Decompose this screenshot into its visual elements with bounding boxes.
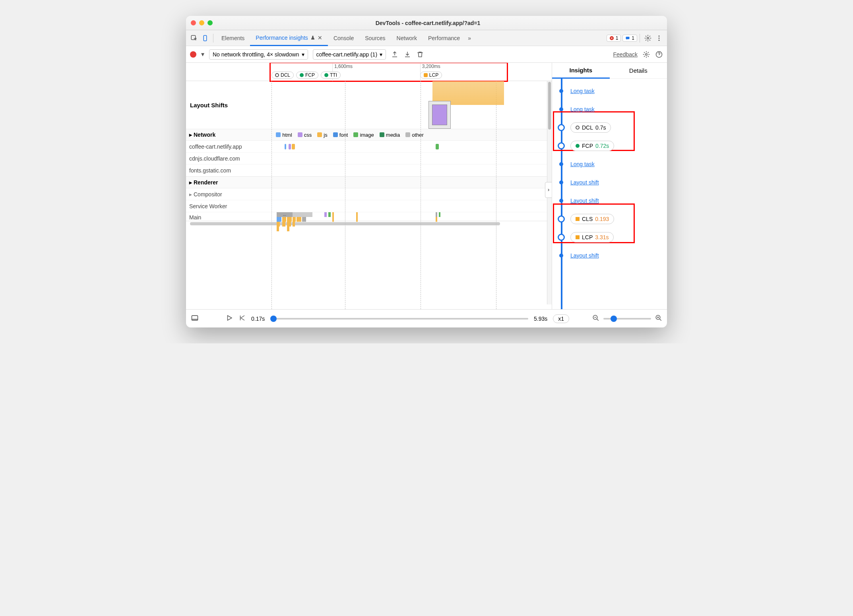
more-menu-icon[interactable] (653, 33, 665, 44)
layout-shifts-track[interactable]: Layout Shifts (186, 81, 552, 129)
tab-sources[interactable]: Sources (359, 30, 391, 46)
play-icon[interactable] (226, 314, 233, 323)
minimize-icon[interactable] (199, 20, 204, 25)
tab-performance-insights[interactable]: Performance insights ✕ (250, 30, 328, 46)
messages-badge[interactable]: 1 (622, 35, 637, 42)
svg-line-17 (659, 319, 661, 321)
toolbar: ▾ No network throttling, 4× slowdown▾ co… (186, 46, 667, 63)
upload-icon[interactable] (391, 50, 399, 58)
tab-insights[interactable]: Insights (552, 63, 610, 79)
close-icon[interactable] (191, 20, 196, 25)
timeline-start: 0.17s (251, 316, 265, 322)
download-icon[interactable] (403, 50, 411, 58)
timeline-pane: 1,600ms 3,200ms DCL FCP TTI LCP Layout S… (186, 63, 552, 309)
insight-metric-lcp[interactable]: LCP3.31s (557, 228, 667, 246)
device-icon[interactable] (200, 33, 211, 44)
tick-label: 3,200ms (422, 64, 440, 69)
insight-metric-dcl[interactable]: DCL0.7s (557, 118, 667, 137)
tab-performance[interactable]: Performance (423, 30, 465, 46)
devtools-window: DevTools - coffee-cart.netlify.app/?ad=1… (186, 16, 667, 327)
renderer-section[interactable]: ▸Renderer (186, 176, 552, 188)
panel-settings-icon[interactable] (642, 50, 650, 58)
insight-event[interactable]: Layout shift (557, 173, 667, 192)
svg-point-7 (659, 39, 660, 41)
window-title: DevTools - coffee-cart.netlify.app/?ad=1 (213, 20, 643, 26)
pill-tti[interactable]: TTI (321, 72, 341, 79)
expand-pane-icon[interactable] (545, 182, 552, 198)
insight-event[interactable]: Long task (557, 155, 667, 173)
tab-elements[interactable]: Elements (216, 30, 250, 46)
traffic-lights (191, 20, 213, 25)
zoom-out-icon[interactable] (592, 314, 599, 323)
errors-badge[interactable]: 1 (607, 35, 621, 42)
renderer-row[interactable]: Service Worker (186, 200, 552, 212)
svg-point-8 (646, 53, 648, 55)
network-row[interactable]: coffee-cart.netlify.app (186, 141, 552, 153)
throttling-dropdown[interactable]: No network throttling, 4× slowdown▾ (209, 49, 308, 60)
network-section[interactable]: ▸Network html css js font image media ot… (186, 129, 552, 141)
insight-event[interactable]: Layout shift (557, 192, 667, 210)
svg-rect-1 (204, 35, 207, 41)
network-row[interactable]: cdnjs.cloudflare.com (186, 153, 552, 165)
svg-rect-3 (626, 37, 630, 39)
main-area: 1,600ms 3,200ms DCL FCP TTI LCP Layout S… (186, 63, 667, 309)
tab-network[interactable]: Network (391, 30, 423, 46)
track-area[interactable]: Layout Shifts ▸Network html css js font … (186, 81, 552, 309)
layout-shift-thumbnail[interactable] (428, 101, 451, 129)
pill-dcl[interactable]: DCL (271, 72, 294, 79)
h-scrollbar[interactable] (186, 221, 552, 226)
layout-shifts-label: Layout Shifts (190, 102, 228, 108)
insight-metric-cls[interactable]: CLS0.193 (557, 210, 667, 228)
insight-event[interactable]: Layout shift (557, 246, 667, 265)
renderer-row[interactable]: Main ... (186, 212, 552, 221)
renderer-row[interactable]: ▸Compositor (186, 188, 552, 200)
insights-list[interactable]: Long task Long task DCL0.7s FCP0.72s Lon… (552, 79, 667, 309)
record-dropdown[interactable]: ▾ (201, 50, 204, 58)
footer: 0.17s 5.93s x1 (186, 309, 667, 327)
insight-event[interactable]: Long task (557, 82, 667, 100)
tab-more[interactable]: » (465, 30, 473, 46)
network-legend: html css js font image media other (271, 130, 428, 140)
flask-icon (310, 35, 315, 40)
zoom-slider[interactable] (603, 318, 651, 320)
tab-details[interactable]: Details (610, 63, 667, 78)
insights-tabs: Insights Details (552, 63, 667, 79)
timeline-slider[interactable] (270, 312, 528, 325)
timeline-end: 5.93s (534, 316, 547, 322)
pill-lcp[interactable]: LCP (420, 72, 442, 79)
record-button[interactable] (190, 51, 196, 58)
titlebar: DevTools - coffee-cart.netlify.app/?ad=1 (186, 16, 667, 30)
tab-console[interactable]: Console (328, 30, 359, 46)
speed-pill[interactable]: x1 (553, 314, 569, 323)
help-icon[interactable] (655, 50, 663, 58)
tabbar: Elements Performance insights ✕ Console … (186, 30, 667, 46)
maximize-icon[interactable] (207, 20, 213, 25)
ruler[interactable]: 1,600ms 3,200ms DCL FCP TTI LCP (186, 63, 552, 81)
feedback-link[interactable]: Feedback (613, 51, 638, 58)
network-row[interactable]: fonts.gstatic.com (186, 165, 552, 176)
panel-icon[interactable] (191, 314, 199, 323)
svg-point-6 (659, 37, 660, 39)
inspect-icon[interactable] (188, 33, 200, 44)
insights-pane: Insights Details Long task Long task DCL… (552, 63, 667, 309)
svg-point-4 (647, 37, 649, 39)
svg-line-14 (597, 319, 599, 321)
delete-icon[interactable] (416, 50, 424, 58)
pill-fcp[interactable]: FCP (296, 72, 318, 79)
zoom-in-icon[interactable] (655, 314, 662, 323)
skip-back-icon[interactable] (238, 314, 246, 323)
insight-metric-fcp[interactable]: FCP0.72s (557, 137, 667, 155)
profile-dropdown[interactable]: coffee-cart.netlify.app (1)▾ (313, 49, 386, 60)
settings-icon[interactable] (642, 33, 653, 44)
close-tab-icon[interactable]: ✕ (318, 35, 322, 41)
svg-point-5 (659, 35, 660, 37)
tick-label: 1,600ms (334, 64, 353, 69)
insight-event[interactable]: Long task (557, 100, 667, 118)
